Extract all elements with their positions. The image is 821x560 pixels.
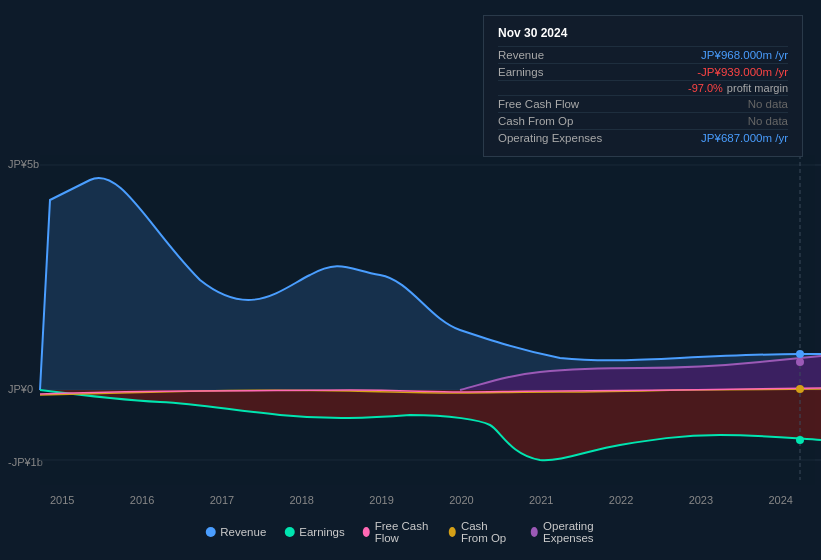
x-label-2019: 2019 xyxy=(369,494,393,506)
tooltip-label-cashop: Cash From Op xyxy=(498,115,608,127)
chart-legend: Revenue Earnings Free Cash Flow Cash Fro… xyxy=(205,520,616,544)
svg-point-7 xyxy=(796,385,804,393)
legend-dot-earnings xyxy=(284,527,294,537)
legend-label-fcf: Free Cash Flow xyxy=(375,520,431,544)
tooltip-value-opex: JP¥687.000m /yr xyxy=(701,132,788,144)
legend-item-revenue[interactable]: Revenue xyxy=(205,526,266,538)
tooltip-row-opex: Operating Expenses JP¥687.000m /yr xyxy=(498,129,788,146)
legend-dot-revenue xyxy=(205,527,215,537)
tooltip-row-cashop: Cash From Op No data xyxy=(498,112,788,129)
legend-item-fcf[interactable]: Free Cash Flow xyxy=(363,520,431,544)
tooltip-row-fcf: Free Cash Flow No data xyxy=(498,95,788,112)
tooltip-row-earnings: Earnings -JP¥939.000m /yr xyxy=(498,63,788,80)
legend-label-revenue: Revenue xyxy=(220,526,266,538)
x-label-2018: 2018 xyxy=(289,494,313,506)
legend-label-cashop: Cash From Op xyxy=(461,520,513,544)
x-label-2015: 2015 xyxy=(50,494,74,506)
legend-dot-cashop xyxy=(449,527,456,537)
tooltip-label-fcf: Free Cash Flow xyxy=(498,98,608,110)
x-label-2016: 2016 xyxy=(130,494,154,506)
svg-point-6 xyxy=(796,358,804,366)
svg-point-8 xyxy=(796,436,804,444)
tooltip-value-fcf: No data xyxy=(748,98,788,110)
tooltip-card: Nov 30 2024 Revenue JP¥968.000m /yr Earn… xyxy=(483,15,803,157)
legend-dot-opex xyxy=(531,527,538,537)
profit-margin-row: -97.0% profit margin xyxy=(498,80,788,95)
tooltip-row-revenue: Revenue JP¥968.000m /yr xyxy=(498,46,788,63)
profit-margin-label: profit margin xyxy=(727,82,788,94)
tooltip-label-earnings: Earnings xyxy=(498,66,608,78)
x-label-2022: 2022 xyxy=(609,494,633,506)
x-label-2017: 2017 xyxy=(210,494,234,506)
svg-point-5 xyxy=(796,350,804,358)
tooltip-date: Nov 30 2024 xyxy=(498,26,788,40)
legend-item-earnings[interactable]: Earnings xyxy=(284,526,344,538)
x-label-2021: 2021 xyxy=(529,494,553,506)
chart-container: Nov 30 2024 Revenue JP¥968.000m /yr Earn… xyxy=(0,0,821,560)
legend-label-opex: Operating Expenses xyxy=(543,520,616,544)
x-label-2024: 2024 xyxy=(768,494,792,506)
profit-margin-value: -97.0% xyxy=(688,82,723,94)
tooltip-value-cashop: No data xyxy=(748,115,788,127)
tooltip-value-revenue: JP¥968.000m /yr xyxy=(701,49,788,61)
legend-item-opex[interactable]: Operating Expenses xyxy=(531,520,616,544)
x-label-2020: 2020 xyxy=(449,494,473,506)
tooltip-label-opex: Operating Expenses xyxy=(498,132,608,144)
tooltip-label-revenue: Revenue xyxy=(498,49,608,61)
legend-label-earnings: Earnings xyxy=(299,526,344,538)
legend-dot-fcf xyxy=(363,527,370,537)
x-axis: 2015 2016 2017 2018 2019 2020 2021 2022 … xyxy=(0,494,821,506)
x-label-2023: 2023 xyxy=(689,494,713,506)
tooltip-value-earnings: -JP¥939.000m /yr xyxy=(697,66,788,78)
legend-item-cashop[interactable]: Cash From Op xyxy=(449,520,513,544)
